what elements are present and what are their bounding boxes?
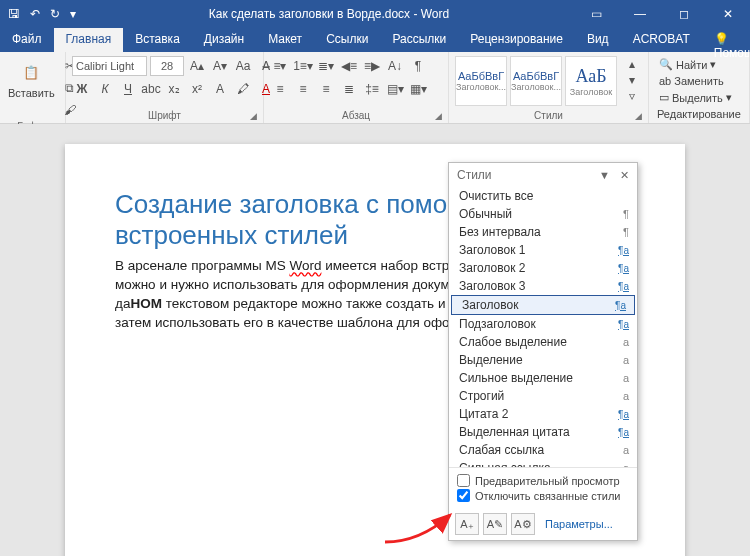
line-spacing-icon[interactable]: ‡≡ — [362, 79, 382, 99]
tab-layout[interactable]: Макет — [256, 28, 314, 52]
styles-pane: Стили ▼✕ Очистить всеОбычный¶Без интерва… — [448, 162, 638, 541]
ribbon-tabs: Файл Главная Вставка Дизайн Макет Ссылки… — [0, 28, 750, 52]
style-row[interactable]: Выделенная цитата¶a — [449, 423, 637, 441]
tab-mailings[interactable]: Рассылки — [380, 28, 458, 52]
align-center-icon[interactable]: ≡ — [293, 79, 313, 99]
bullets-icon[interactable]: ≡▾ — [270, 56, 290, 76]
new-style-button[interactable]: A₊ — [455, 513, 479, 535]
style-gallery-item[interactable]: АаБЗаголовок — [565, 56, 617, 106]
style-inspector-button[interactable]: A✎ — [483, 513, 507, 535]
change-case-icon[interactable]: Aa — [233, 56, 253, 76]
cursor-icon: ▭ — [659, 91, 669, 104]
undo-icon[interactable]: ↶ — [30, 7, 40, 21]
highlight-icon[interactable]: 🖍 — [233, 79, 253, 99]
search-icon: 🔍 — [659, 58, 673, 71]
text-effects-icon[interactable]: A — [210, 79, 230, 99]
tab-acrobat[interactable]: ACROBAT — [621, 28, 702, 52]
grow-font-icon[interactable]: A▴ — [187, 56, 207, 76]
style-row[interactable]: Выделениеa — [449, 351, 637, 369]
pane-close-icon[interactable]: ✕ — [620, 169, 629, 182]
multilevel-icon[interactable]: ≣▾ — [316, 56, 336, 76]
style-row[interactable]: Сильная ссылкаa — [449, 459, 637, 467]
superscript-button[interactable]: x² — [187, 79, 207, 99]
find-button[interactable]: 🔍Найти ▾ — [657, 57, 718, 72]
style-row[interactable]: Строгийa — [449, 387, 637, 405]
font-name-select[interactable]: Calibri Light — [72, 56, 147, 76]
tab-help[interactable]: 💡 Помощн — [702, 28, 750, 52]
style-row[interactable]: Без интервала¶ — [449, 223, 637, 241]
manage-styles-button[interactable]: A⚙ — [511, 513, 535, 535]
titlebar: 🖫 ↶ ↻ ▾ Как сделать заголовки в Ворде.do… — [0, 0, 750, 28]
font-group-label: Шрифт — [148, 110, 181, 121]
italic-button[interactable]: К — [95, 79, 115, 99]
style-row[interactable]: Подзаголовок¶a — [449, 315, 637, 333]
style-row[interactable]: Заголовок¶a — [451, 295, 635, 315]
editing-group-label: Редактирование — [657, 108, 741, 120]
styles-pane-title: Стили — [457, 168, 492, 182]
style-gallery-item[interactable]: АаБбВвГЗаголовок... — [455, 56, 507, 106]
style-row[interactable]: Слабое выделениеa — [449, 333, 637, 351]
select-button[interactable]: ▭Выделить ▾ — [657, 90, 734, 105]
align-right-icon[interactable]: ≡ — [316, 79, 336, 99]
font-size-select[interactable]: 28 — [150, 56, 184, 76]
disable-linked-checkbox[interactable]: Отключить связанные стили — [457, 488, 629, 503]
preview-checkbox[interactable]: Предварительный просмотр — [457, 473, 629, 488]
tab-design[interactable]: Дизайн — [192, 28, 256, 52]
align-left-icon[interactable]: ≡ — [270, 79, 290, 99]
styles-expand-icon[interactable]: ▿ — [622, 88, 642, 103]
save-icon[interactable]: 🖫 — [8, 7, 20, 21]
replace-icon: ab — [659, 75, 671, 87]
paste-button[interactable]: 📋 Вставить — [6, 56, 57, 101]
pane-dropdown-icon[interactable]: ▼ — [599, 169, 610, 182]
shading-icon[interactable]: ▤▾ — [385, 79, 405, 99]
close-icon[interactable]: ✕ — [706, 0, 750, 28]
borders-icon[interactable]: ▦▾ — [408, 79, 428, 99]
replace-button[interactable]: abЗаменить — [657, 74, 726, 88]
strike-button[interactable]: abc — [141, 79, 161, 99]
style-row[interactable]: Заголовок 1¶a — [449, 241, 637, 259]
ribbon-options-icon[interactable]: ▭ — [574, 0, 618, 28]
redo-icon[interactable]: ↻ — [50, 7, 60, 21]
decrease-indent-icon[interactable]: ◀≡ — [339, 56, 359, 76]
expand-icon[interactable]: ◢ — [250, 111, 257, 121]
increase-indent-icon[interactable]: ≡▶ — [362, 56, 382, 76]
style-row[interactable]: Очистить все — [449, 187, 637, 205]
paragraph-group-label: Абзац — [342, 110, 370, 121]
style-row[interactable]: Цитата 2¶a — [449, 405, 637, 423]
subscript-button[interactable]: x₂ — [164, 79, 184, 99]
styles-scroll-up-icon[interactable]: ▴ — [622, 56, 642, 71]
tab-insert[interactable]: Вставка — [123, 28, 192, 52]
numbering-icon[interactable]: 1≡▾ — [293, 56, 313, 76]
qat-more-icon[interactable]: ▾ — [70, 7, 76, 21]
style-row[interactable]: Слабая ссылкаa — [449, 441, 637, 459]
styles-parameters-link[interactable]: Параметры... — [545, 518, 613, 530]
style-row[interactable]: Заголовок 2¶a — [449, 259, 637, 277]
show-marks-icon[interactable]: ¶ — [408, 56, 428, 76]
bold-button[interactable]: Ж — [72, 79, 92, 99]
style-gallery-item[interactable]: АаБбВвГЗаголовок... — [510, 56, 562, 106]
style-row[interactable]: Сильное выделениеa — [449, 369, 637, 387]
ribbon: 📋 Вставить ✂ ⧉ 🖌 Буфер обм...◢ Calibri L… — [0, 52, 750, 124]
tab-view[interactable]: Вид — [575, 28, 621, 52]
styles-list[interactable]: Очистить всеОбычный¶Без интервала¶Заголо… — [449, 187, 637, 467]
tab-home[interactable]: Главная — [54, 28, 124, 52]
tab-references[interactable]: Ссылки — [314, 28, 380, 52]
tab-file[interactable]: Файл — [0, 28, 54, 52]
tab-review[interactable]: Рецензирование — [458, 28, 575, 52]
style-row[interactable]: Заголовок 3¶a — [449, 277, 637, 295]
underline-button[interactable]: Ч — [118, 79, 138, 99]
style-row[interactable]: Обычный¶ — [449, 205, 637, 223]
shrink-font-icon[interactable]: A▾ — [210, 56, 230, 76]
expand-icon[interactable]: ◢ — [435, 111, 442, 121]
justify-icon[interactable]: ≣ — [339, 79, 359, 99]
minimize-icon[interactable]: — — [618, 0, 662, 28]
expand-icon[interactable]: ◢ — [635, 111, 642, 121]
maximize-icon[interactable]: ◻ — [662, 0, 706, 28]
styles-group-label: Стили — [534, 110, 563, 121]
styles-scroll-down-icon[interactable]: ▾ — [622, 72, 642, 87]
window-title: Как сделать заголовки в Ворде.docx - Wor… — [84, 7, 574, 21]
clipboard-icon: 📋 — [16, 58, 46, 86]
sort-icon[interactable]: A↓ — [385, 56, 405, 76]
